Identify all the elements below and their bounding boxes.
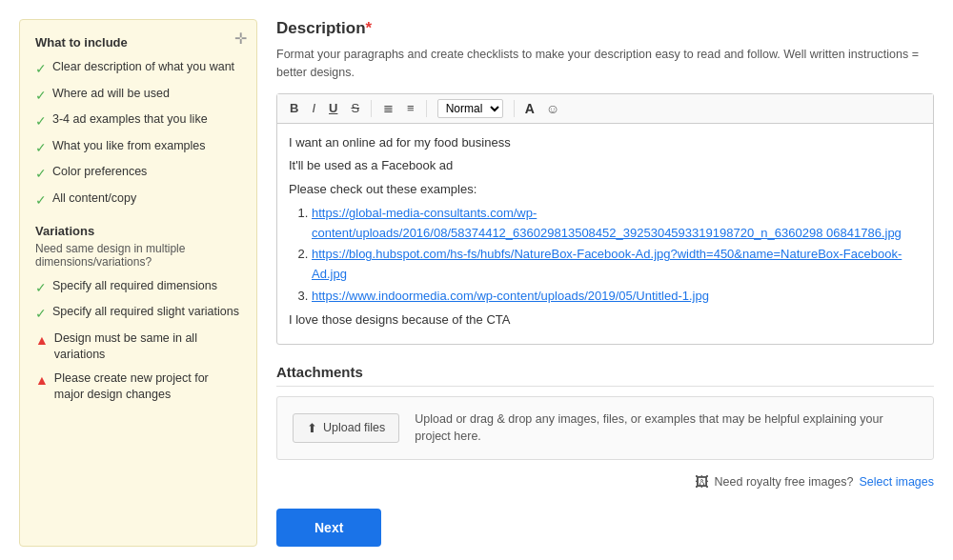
variation-item-text: Please create new project for major desi… [54, 370, 241, 404]
sidebar-item: ✓Clear description of what you want [35, 59, 241, 79]
editor-link-2: https://blog.hubspot.com/hs-fs/hubfs/Nat… [312, 245, 922, 285]
check-icon: ✓ [35, 279, 47, 298]
ordered-list-button[interactable]: ≣ [378, 99, 398, 117]
editor-link-3: https://www.indoormedia.com/wp-content/u… [312, 287, 922, 307]
unordered-list-button[interactable]: ≡ [402, 99, 419, 117]
royalty-row: 🖼 Need royalty free images? Select image… [276, 473, 934, 490]
sidebar-title: What to include [35, 35, 241, 50]
variation-item: ▲Design must be same in all variations [35, 330, 241, 364]
royalty-text: Need royalty free images? [715, 475, 854, 489]
attachments-title: Attachments [276, 364, 934, 387]
required-star: * [366, 19, 373, 37]
italic-button[interactable]: I [307, 99, 320, 117]
editor-toolbar: B I U S ≣ ≡ Normal Small Large Huge A ☺ [277, 94, 933, 124]
check-icon: ✓ [35, 60, 47, 79]
description-subtitle: Format your paragraphs and create checkl… [276, 46, 934, 82]
sidebar-item-text: All content/copy [52, 190, 136, 208]
sidebar-item-text: 3-4 ad examples that you like [52, 111, 208, 129]
check-icon: ✓ [35, 165, 47, 184]
strikethrough-button[interactable]: S [346, 99, 364, 117]
variation-item: ✓Specify all required dimensions [35, 278, 241, 298]
editor-container: B I U S ≣ ≡ Normal Small Large Huge A ☺ [276, 93, 934, 345]
description-title-text: Description [276, 19, 366, 37]
check-icon: ✓ [35, 305, 47, 324]
sidebar-items-list: ✓Clear description of what you want✓Wher… [35, 59, 241, 210]
editor-wrapper: I want an online ad for my food business… [277, 124, 933, 344]
royalty-link[interactable]: Select images [859, 475, 934, 489]
upload-button[interactable]: ⬆ Upload files [293, 413, 399, 443]
page-container: ✛ What to include ✓Clear description of … [0, 0, 953, 560]
upload-icon: ⬆ [307, 421, 317, 435]
editor-body[interactable]: I want an online ad for my food business… [277, 124, 933, 344]
editor-line-3: Please check out these examples: [289, 180, 922, 200]
variation-item-text: Specify all required dimensions [52, 278, 217, 295]
sidebar-item: ✓What you like from examples [35, 138, 241, 158]
variation-item-text: Specify all required slight variations [52, 304, 239, 321]
bold-button[interactable]: B [285, 99, 303, 117]
check-icon: ✓ [35, 139, 47, 158]
toolbar-sep-1 [371, 100, 372, 117]
editor-line-4: I love those designs because of the CTA [289, 310, 922, 330]
emoji-icon[interactable]: ☺ [542, 99, 563, 118]
sidebar-item-text: Color preferences [52, 164, 147, 181]
editor-line-2: It'll be used as a Facebook ad [289, 156, 922, 176]
check-icon: ✓ [35, 112, 47, 131]
variation-item: ✓Specify all required slight variations [35, 304, 241, 324]
font-size-select[interactable]: Normal Small Large Huge [437, 99, 503, 118]
underline-button[interactable]: U [324, 99, 342, 117]
upload-description: Upload or drag & drop any images, files,… [415, 410, 918, 447]
image-icon: 🖼 [695, 473, 709, 490]
check-icon: ✓ [35, 191, 47, 210]
variation-items-list: ✓Specify all required dimensions✓Specify… [35, 278, 241, 404]
next-button[interactable]: Next [276, 509, 381, 547]
sidebar: ✛ What to include ✓Clear description of … [19, 19, 257, 547]
warn-icon: ▲ [35, 371, 49, 390]
sidebar-item-text: What you like from examples [52, 138, 205, 155]
font-color-icon[interactable]: A [521, 99, 538, 118]
sidebar-item: ✓3-4 ad examples that you like [35, 111, 241, 131]
main-content: Description* Format your paragraphs and … [276, 19, 934, 547]
variation-item: ▲Please create new project for major des… [35, 370, 241, 404]
description-title: Description* [276, 19, 934, 38]
editor-link-1: https://global-media-consultants.com/wp-… [312, 204, 922, 244]
toolbar-sep-3 [514, 100, 515, 117]
toolbar-sep-2 [426, 100, 427, 117]
warn-icon: ▲ [35, 331, 49, 350]
sidebar-item: ✓All content/copy [35, 190, 241, 210]
sidebar-item: ✓Where ad will be used [35, 86, 241, 106]
variations-subtitle: Need same design in multiple dimensions/… [35, 242, 241, 269]
sidebar-item: ✓Color preferences [35, 164, 241, 184]
variations-title: Variations [35, 224, 241, 238]
variation-item-text: Design must be same in all variations [54, 330, 241, 364]
upload-label: Upload files [323, 421, 385, 434]
check-icon: ✓ [35, 87, 47, 106]
upload-area: ⬆ Upload files Upload or drag & drop any… [276, 396, 934, 461]
move-icon[interactable]: ✛ [234, 30, 247, 48]
sidebar-item-text: Where ad will be used [52, 86, 170, 103]
editor-line-1: I want an online ad for my food business [289, 133, 922, 153]
sidebar-item-text: Clear description of what you want [52, 59, 234, 76]
